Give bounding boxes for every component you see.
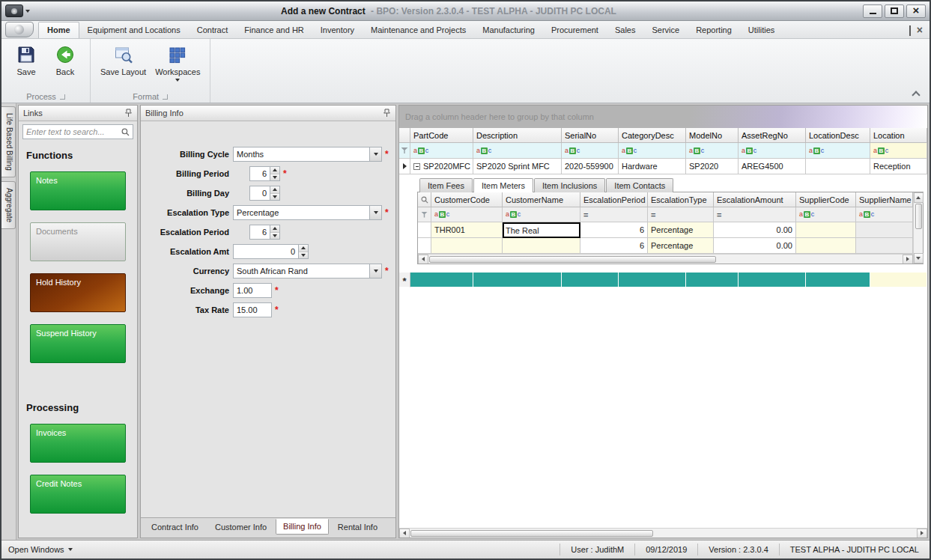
side-tab-aggregate[interactable]: Aggregate: [1, 181, 16, 229]
suspend-history-button[interactable]: Suspend History: [30, 324, 126, 363]
dropdown-arrow-icon[interactable]: [369, 206, 381, 219]
spinner-icons[interactable]: [270, 167, 279, 180]
group-dialog-launcher-icon[interactable]: [60, 94, 65, 100]
column-header-suppliername[interactable]: SupplierName: [856, 192, 913, 207]
tab-item-contacts[interactable]: Item Contacts: [606, 178, 673, 192]
filter-cell-customercode[interactable]: [431, 207, 503, 222]
detail-vertical-scrollbar[interactable]: [913, 192, 923, 264]
filter-cell-assetregno[interactable]: [739, 143, 806, 159]
column-header-escalationamount[interactable]: EscalationAmount: [714, 192, 796, 207]
new-cell-description[interactable]: [473, 273, 562, 287]
new-cell-assetregno[interactable]: [739, 273, 806, 287]
cell-customername[interactable]: [503, 238, 580, 254]
scrollbar-thumb[interactable]: [429, 256, 716, 263]
column-header-categorydesc[interactable]: CategoryDesc: [619, 128, 686, 143]
ribbon-tab-utilities[interactable]: Utilities: [740, 22, 783, 38]
invoices-button[interactable]: Invoices: [30, 424, 126, 463]
group-dialog-launcher-icon[interactable]: [163, 94, 168, 100]
cell-location[interactable]: Reception: [870, 159, 927, 174]
grid-new-item-row[interactable]: [399, 273, 927, 287]
column-header-description[interactable]: Description: [473, 128, 562, 143]
new-cell-categorydesc[interactable]: [619, 273, 686, 287]
billing-day-stepper[interactable]: 0: [249, 186, 280, 201]
filter-funnel-icon[interactable]: [399, 143, 410, 159]
escalation-type-select[interactable]: Percentage: [233, 205, 382, 220]
column-header-customername[interactable]: CustomerName: [503, 192, 580, 207]
cell-suppliername[interactable]: [856, 238, 913, 254]
ribbon-tab-manufacturing[interactable]: Manufacturing: [474, 22, 543, 38]
cell-locationdesc[interactable]: [806, 159, 870, 174]
new-cell-partcode[interactable]: [410, 273, 473, 287]
mdi-close-button[interactable]: [917, 26, 923, 35]
links-search-input[interactable]: [26, 127, 121, 136]
links-search[interactable]: [22, 124, 133, 139]
tab-billing-info[interactable]: Billing Info: [276, 519, 329, 535]
cell-assetregno[interactable]: AREG4500: [739, 159, 806, 174]
save-button[interactable]: Save: [7, 41, 46, 80]
dropdown-arrow-icon[interactable]: [369, 147, 381, 161]
mdi-restore-button[interactable]: [909, 26, 911, 35]
ribbon-tab-equipment-and-locations[interactable]: Equipment and Locations: [79, 22, 189, 38]
cell-escalationperiod[interactable]: 6: [580, 222, 648, 238]
cell-modelno[interactable]: SP2020: [686, 159, 739, 174]
cell-serialno[interactable]: 2020-559900: [562, 159, 619, 174]
column-header-assetregno[interactable]: AssetRegNo: [739, 128, 806, 143]
hold-history-button[interactable]: Hold History: [30, 273, 126, 312]
billing-cycle-select[interactable]: Months: [233, 147, 382, 162]
ribbon-tab-reporting[interactable]: Reporting: [688, 22, 740, 38]
cell-escalationtype[interactable]: Percentage: [648, 238, 714, 254]
new-cell-locationdesc[interactable]: [806, 273, 870, 287]
spinner-icons[interactable]: [298, 245, 308, 258]
column-header-customercode[interactable]: CustomerCode: [431, 192, 503, 207]
tab-item-meters[interactable]: Item Meters: [473, 178, 533, 192]
filter-cell-location[interactable]: [870, 143, 927, 159]
detail-data-row[interactable]: 6 Percentage 0.00: [418, 238, 913, 254]
cell-suppliercode[interactable]: [796, 222, 856, 238]
tab-item-fees[interactable]: Item Fees: [419, 178, 473, 192]
back-button[interactable]: Back: [46, 41, 85, 80]
scrollbar-thumb[interactable]: [915, 204, 922, 229]
cell-customername-editing[interactable]: The Real: [503, 222, 580, 238]
tax-rate-field[interactable]: 15.00: [233, 302, 272, 317]
filter-cell-escalationperiod[interactable]: [580, 207, 648, 222]
tab-item-inclusions[interactable]: Item Inclusions: [534, 178, 605, 192]
new-cell-serialno[interactable]: [562, 273, 619, 287]
detail-horizontal-scrollbar[interactable]: [418, 254, 913, 264]
column-header-locationdesc[interactable]: LocationDesc: [806, 128, 870, 143]
search-icon[interactable]: [121, 128, 130, 136]
group-by-box[interactable]: Drag a column header here to group by th…: [399, 106, 927, 128]
column-header-escalationtype[interactable]: EscalationType: [648, 192, 714, 207]
column-header-modelno[interactable]: ModelNo: [686, 128, 739, 143]
scroll-up-icon[interactable]: [914, 192, 924, 203]
spinner-icons[interactable]: [270, 225, 279, 239]
filter-cell-categorydesc[interactable]: [619, 143, 686, 159]
spinner-icons[interactable]: [270, 186, 279, 200]
notes-button[interactable]: Notes: [30, 171, 126, 210]
escalation-period-stepper[interactable]: 6: [249, 225, 280, 240]
escalation-amt-stepper[interactable]: 0: [233, 244, 309, 259]
filter-cell-description[interactable]: [473, 143, 562, 159]
close-button[interactable]: [906, 4, 926, 18]
column-header-partcode[interactable]: PartCode: [410, 128, 473, 143]
new-cell-location[interactable]: [870, 273, 927, 287]
ribbon-collapse-chevron-icon[interactable]: [912, 91, 920, 99]
cell-escalationamount[interactable]: 0.00: [714, 238, 796, 254]
scroll-right-icon[interactable]: [917, 529, 927, 538]
search-icon[interactable]: [418, 192, 431, 207]
cell-customercode[interactable]: THR001: [431, 222, 503, 238]
billing-period-stepper[interactable]: 6: [249, 166, 280, 181]
ribbon-tab-maintenance-and-projects[interactable]: Maintenance and Projects: [363, 22, 474, 38]
cell-description[interactable]: SP2020 Sprint MFC: [473, 159, 562, 174]
system-menu-icon[interactable]: [5, 4, 23, 17]
scrollbar-thumb[interactable]: [410, 530, 653, 537]
open-windows-button[interactable]: Open Windows: [1, 545, 79, 554]
expand-arrow-icon[interactable]: [399, 159, 410, 174]
cell-suppliername[interactable]: [856, 222, 913, 238]
credit-notes-button[interactable]: Credit Notes: [30, 475, 126, 514]
ribbon-tab-inventory[interactable]: Inventory: [312, 22, 363, 38]
scroll-down-icon[interactable]: [914, 253, 924, 264]
app-logo-icon[interactable]: [5, 22, 34, 37]
quick-access-caret-icon[interactable]: [25, 10, 30, 13]
scroll-left-icon[interactable]: [399, 529, 410, 538]
pin-icon[interactable]: [383, 109, 391, 118]
